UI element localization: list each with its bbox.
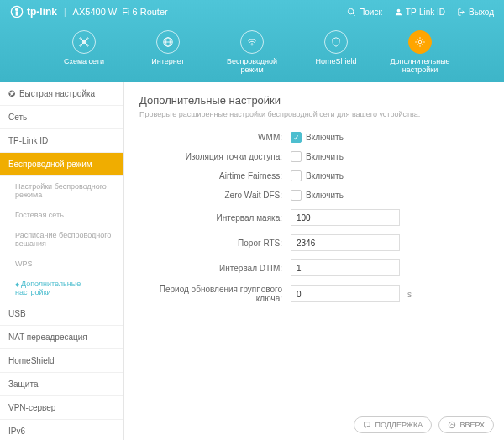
sidebar-additional-settings[interactable]: Дополнительные настройки (0, 274, 123, 302)
svg-point-18 (251, 45, 252, 45)
brand-logo: tp-link (10, 5, 57, 18)
network-map-icon (72, 30, 96, 54)
wifi-icon (240, 30, 264, 54)
wmm-label: WMM: (139, 133, 291, 142)
ap-isolation-checkbox[interactable] (291, 151, 302, 162)
enable-label: Включить (306, 152, 344, 161)
arrow-up-icon (448, 421, 456, 429)
sidebar-network[interactable]: Сеть (0, 106, 123, 129)
group-key-label: Период обновления группового ключа: (139, 285, 291, 303)
sidebar-homeshield[interactable]: HomeShield (0, 349, 123, 373)
svg-point-1 (15, 8, 18, 11)
nav-label: Интернет (151, 57, 184, 65)
nav-label: HomeShield (315, 57, 356, 65)
svg-line-4 (353, 13, 355, 15)
nav-wireless[interactable]: Беспроводной режим (222, 30, 282, 74)
svg-point-5 (397, 8, 401, 12)
search-label: Поиск (359, 8, 382, 17)
chat-icon (363, 421, 371, 429)
sidebar-tplink-id[interactable]: TP-Link ID (0, 129, 123, 153)
airtime-fairness-label: Airtime Fairness: (139, 171, 291, 181)
logout-label: Выход (469, 8, 494, 17)
svg-point-20 (449, 422, 456, 428)
shield-icon (324, 30, 348, 54)
svg-point-3 (349, 8, 354, 13)
svg-rect-2 (16, 11, 18, 15)
rts-threshold-input[interactable] (291, 234, 400, 251)
enable-label: Включить (306, 133, 344, 142)
beacon-interval-input[interactable] (291, 209, 400, 226)
top-label: ВВЕРХ (459, 421, 485, 429)
support-label: ПОДДЕРЖКА (375, 421, 423, 429)
user-icon (394, 8, 403, 17)
sidebar-wps[interactable]: WPS (0, 254, 123, 274)
sidebar-wireless-schedule[interactable]: Расписание беспроводного вещания (0, 225, 123, 254)
nav-advanced[interactable]: Дополнительные настройки (390, 30, 450, 74)
main-content: Дополнительные настройки Проверьте расши… (124, 82, 504, 440)
nav-label: Беспроводной режим (222, 57, 282, 74)
top-button[interactable]: ВВЕРХ (438, 416, 494, 433)
nav-homeshield[interactable]: HomeShield (306, 30, 366, 74)
sidebar-wireless[interactable]: Беспроводной режим (0, 153, 123, 176)
enable-label: Включить (306, 191, 344, 200)
support-button[interactable]: ПОДДЕРЖКА (354, 416, 432, 433)
model-name: AX5400 Wi-Fi 6 Router (73, 7, 168, 17)
dtim-interval-label: Интервал DTIM: (139, 264, 291, 273)
brand-name: tp-link (27, 6, 57, 18)
zero-wait-dfs-label: Zero Wait DFS: (139, 191, 291, 200)
wmm-checkbox[interactable] (291, 132, 302, 143)
gear-icon (408, 30, 432, 54)
beacon-interval-label: Интервал маяка: (139, 213, 291, 223)
sidebar-security[interactable]: Защита (0, 373, 123, 396)
rts-threshold-label: Порог RTS: (139, 238, 291, 248)
sidebar-quick-setup[interactable]: ✪Быстрая настройка (0, 82, 123, 106)
logout-link[interactable]: Выход (457, 8, 494, 17)
tplink-id-link[interactable]: TP-Link ID (394, 8, 445, 17)
sidebar-nat[interactable]: NAT переадресация (0, 326, 123, 349)
nav-label: Схема сети (64, 57, 104, 65)
dtim-interval-input[interactable] (291, 259, 400, 276)
globe-icon (156, 30, 180, 54)
sidebar-ipv6[interactable]: IPv6 (0, 420, 123, 440)
logout-icon (457, 8, 466, 17)
group-key-input[interactable] (291, 285, 400, 302)
airtime-fairness-checkbox[interactable] (291, 170, 302, 181)
search-icon (347, 8, 356, 17)
nav-network-map[interactable]: Схема сети (54, 30, 114, 74)
svg-point-19 (418, 40, 422, 44)
zero-wait-dfs-checkbox[interactable] (291, 190, 302, 201)
tplink-id-label: TP-Link ID (406, 8, 445, 17)
divider: | (64, 8, 66, 17)
sidebar-vpn[interactable]: VPN-сервер (0, 396, 123, 420)
sidebar-guest-network[interactable]: Гостевая сеть (0, 205, 123, 225)
sidebar-usb[interactable]: USB (0, 302, 123, 326)
nav-label: Дополнительные настройки (390, 57, 450, 74)
sidebar: ✪Быстрая настройка Сеть TP-Link ID Беспр… (0, 82, 124, 440)
page-description: Проверьте расширенные настройки беспрово… (139, 110, 489, 118)
tplink-logo-icon (10, 5, 24, 18)
search-link[interactable]: Поиск (347, 8, 382, 17)
seconds-unit: s (407, 290, 412, 299)
sidebar-wireless-settings[interactable]: Настройки беспроводного режима (0, 176, 123, 205)
nav-internet[interactable]: Интернет (138, 30, 198, 74)
ap-isolation-label: Изоляция точки доступа: (139, 152, 291, 161)
enable-label: Включить (306, 171, 344, 181)
page-title: Дополнительные настройки (139, 94, 489, 107)
